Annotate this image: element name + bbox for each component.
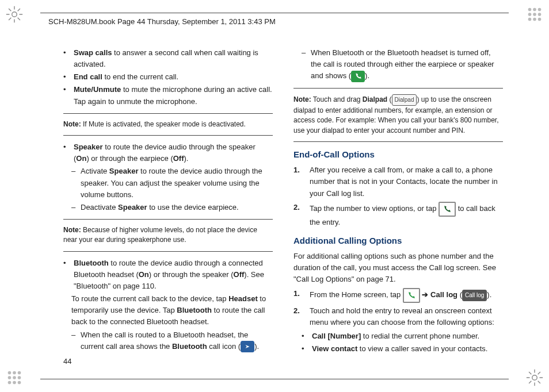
svg-point-9 bbox=[538, 18, 542, 21]
text: Activate Speaker to route the device aud… bbox=[81, 166, 273, 200]
corner-ornament-icon bbox=[525, 5, 544, 24]
svg-point-15 bbox=[18, 376, 21, 379]
call-log-badge-icon: Call log bbox=[462, 290, 487, 301]
text: After you receive a call from, or make a… bbox=[310, 164, 503, 199]
svg-point-0 bbox=[12, 12, 17, 17]
column-right: –When Bluetooth or the Bluetooth headset… bbox=[293, 46, 503, 358]
text: From the Home screen, tap ➔ Call log (Ca… bbox=[310, 288, 491, 303]
content-columns: •Swap calls to answer a second call when… bbox=[63, 46, 503, 358]
svg-point-14 bbox=[13, 376, 16, 379]
svg-point-16 bbox=[8, 381, 12, 385]
bluetooth-call-icon bbox=[241, 341, 254, 352]
svg-point-2 bbox=[533, 8, 536, 11]
svg-point-8 bbox=[533, 18, 536, 21]
footer-rule bbox=[40, 379, 509, 379]
page: SCH-M828UM.book Page 44 Thursday, Septem… bbox=[0, 0, 549, 392]
text: When Bluetooth or the Bluetooth headset … bbox=[311, 47, 503, 82]
svg-point-17 bbox=[13, 381, 16, 385]
text: Tap the number to view options, or tap t… bbox=[310, 202, 503, 228]
svg-point-6 bbox=[538, 13, 542, 16]
svg-point-7 bbox=[528, 18, 532, 21]
header-rule bbox=[40, 13, 509, 13]
note: Note: If Mute is activated, the speaker … bbox=[63, 120, 273, 129]
call-icon bbox=[439, 202, 456, 217]
dialpad-badge-icon: Dialpad bbox=[392, 94, 417, 106]
corner-ornament-icon bbox=[5, 5, 24, 24]
text: Call [Number] to redial the current phon… bbox=[312, 330, 479, 342]
text: Mute/Unmute to mute the microphone durin… bbox=[74, 84, 273, 107]
note: Note: Because of higher volume levels, d… bbox=[63, 225, 273, 245]
svg-point-19 bbox=[532, 375, 537, 381]
svg-point-18 bbox=[18, 381, 21, 385]
svg-point-11 bbox=[13, 371, 16, 375]
text: Swap calls to answer a second call when … bbox=[74, 47, 273, 70]
corner-ornament-icon bbox=[525, 368, 544, 387]
text: Deactivate Speaker to use the device ear… bbox=[81, 202, 239, 213]
heading-end-of-call: End-of-Call Options bbox=[293, 148, 503, 161]
svg-point-4 bbox=[528, 13, 532, 16]
text: When the call is routed to a Bluetooth h… bbox=[81, 329, 273, 353]
text: End call to end the current call. bbox=[74, 71, 178, 83]
text: Bluetooth to route the device audio thro… bbox=[74, 258, 273, 292]
text: To route the current call back to the de… bbox=[71, 293, 273, 328]
text: View contact to view a caller saved in y… bbox=[312, 343, 487, 355]
phone-app-icon bbox=[403, 288, 420, 303]
text: Touch and hold the entry to reveal an on… bbox=[310, 305, 503, 328]
text: Speaker to route the device audio throug… bbox=[74, 141, 273, 164]
phone-call-icon bbox=[351, 71, 365, 82]
svg-point-10 bbox=[8, 371, 12, 375]
page-number: 44 bbox=[63, 357, 71, 366]
svg-point-1 bbox=[528, 8, 532, 11]
column-left: •Swap calls to answer a second call when… bbox=[63, 46, 273, 358]
svg-point-5 bbox=[533, 13, 536, 16]
running-header: SCH-M828UM.book Page 44 Thursday, Septem… bbox=[48, 17, 276, 26]
svg-point-13 bbox=[8, 376, 12, 379]
note: Note: Touch and drag Dialpad (Dialpad) u… bbox=[293, 94, 503, 136]
text: For additional calling options such as p… bbox=[293, 251, 503, 285]
svg-point-12 bbox=[18, 371, 21, 375]
svg-point-3 bbox=[538, 8, 542, 11]
heading-additional-calling: Additional Calling Options bbox=[293, 234, 503, 247]
corner-ornament-icon bbox=[5, 368, 24, 387]
